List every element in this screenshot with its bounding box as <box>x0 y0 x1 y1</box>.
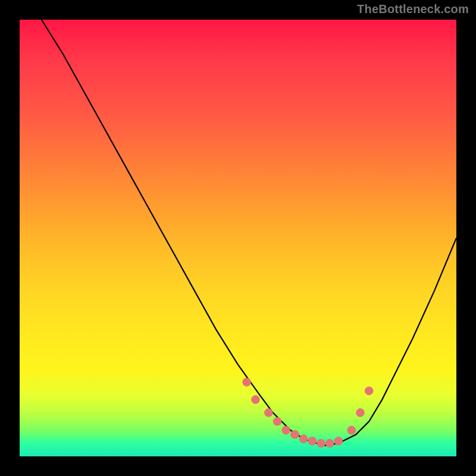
marker-dot <box>308 437 317 445</box>
marker-dot <box>282 426 290 434</box>
marker-dot <box>251 396 259 404</box>
chart-svg <box>20 20 456 456</box>
marker-group <box>243 378 374 447</box>
marker-dot <box>273 417 281 425</box>
marker-dot <box>365 387 373 395</box>
marker-dot <box>347 426 356 434</box>
marker-dot <box>243 378 251 386</box>
marker-dot <box>290 430 299 439</box>
marker-dot <box>356 409 365 417</box>
marker-dot <box>325 439 334 447</box>
chart-area <box>20 20 456 456</box>
marker-dot <box>317 439 325 447</box>
marker-dot <box>299 435 308 443</box>
watermark-link[interactable]: TheBottleneck.com <box>357 2 469 16</box>
outer-frame: TheBottleneck.com <box>0 0 476 476</box>
marker-dot <box>264 409 273 417</box>
marker-dot <box>334 437 343 445</box>
